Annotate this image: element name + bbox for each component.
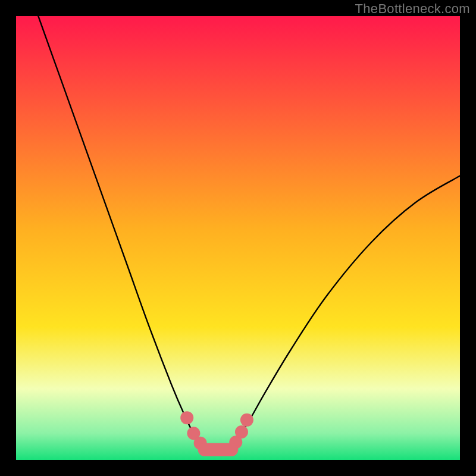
chart-frame: TheBottleneck.com	[0, 0, 476, 476]
watermark-text: TheBottleneck.com	[355, 1, 470, 17]
marker-right-dots-pt	[235, 425, 248, 439]
marker-right-dots-pt	[240, 414, 253, 427]
marker-left-dots-pt	[180, 411, 193, 424]
bottleneck-chart	[0, 0, 476, 476]
marker-trough-bar	[198, 443, 239, 456]
plot-background	[16, 16, 460, 460]
